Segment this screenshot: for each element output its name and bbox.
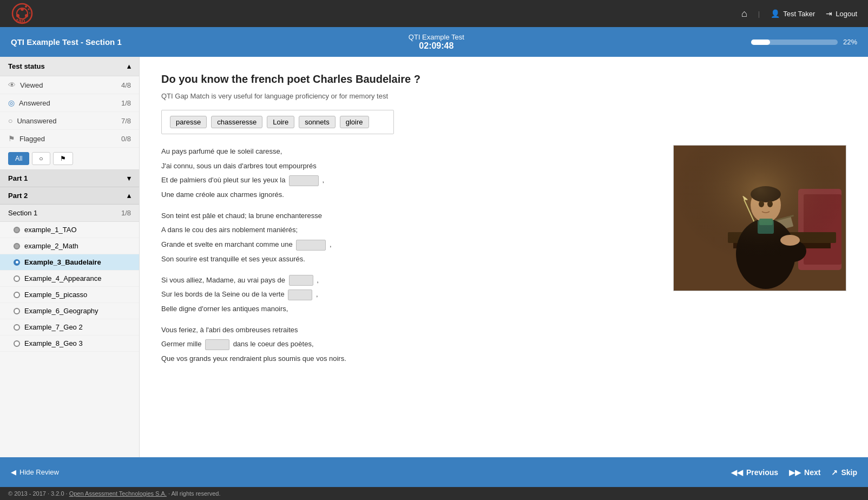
part-2-chevron [127, 192, 131, 200]
blank-5[interactable] [205, 339, 229, 350]
timer: 02:09:48 [409, 41, 464, 51]
footer-company-link[interactable]: Open Assessment Technologies S.A. [69, 490, 167, 497]
flagged-count: 0/8 [121, 135, 131, 143]
previous-icon: ◀◀ [731, 468, 743, 477]
word-chip-paresse[interactable]: paresse [170, 116, 207, 128]
poem-line-2: J'ai connu, sous un dais d'arbres tout e… [161, 160, 657, 173]
part-2-header[interactable]: Part 2 [0, 187, 139, 205]
status-flagged-row: ⚑ Flagged 0/8 [0, 130, 139, 148]
poem-line-3: Et de palmiers d'où pleut sur les yeux l… [161, 174, 657, 187]
footer-rights: · All rights reserved. [167, 490, 221, 497]
unanswered-icon: ○ [8, 116, 12, 125]
skip-button[interactable]: ↗ Skip [831, 468, 857, 477]
progress-bar-fill [751, 40, 770, 45]
filter-answered-button[interactable]: ○ [32, 152, 50, 165]
status-viewed-row: 👁 Viewed 4/8 [0, 76, 139, 94]
nav-item-label-4: Example_4_Appearance [24, 274, 101, 282]
content-area: Do you know the french poet Charles Baud… [140, 57, 868, 457]
blank-4[interactable] [288, 290, 312, 300]
blank-3[interactable] [289, 275, 313, 286]
sidebar: Test status 👁 Viewed 4/8 ◎ Answered 1/8 … [0, 57, 140, 457]
hide-review-label: Hide Review [19, 468, 59, 476]
nav-item-label-7: Example_7_Geo 2 [24, 323, 83, 331]
unanswered-count: 7/8 [121, 117, 131, 125]
svg-point-8 [29, 12, 30, 14]
svg-point-7 [28, 9, 30, 10]
nav-divider: | [758, 10, 760, 18]
blank-2[interactable] [296, 240, 326, 251]
word-chip-gloire[interactable]: gloire [340, 116, 369, 128]
filter-all-button[interactable]: All [8, 152, 29, 165]
item-status-icon-7 [14, 324, 20, 331]
part-1-chevron [127, 174, 131, 182]
filter-flagged-icon: ⚑ [60, 155, 66, 162]
nav-item-example7[interactable]: Example_7_Geo 2 [0, 319, 139, 335]
hide-review-icon: ◀ [11, 468, 16, 476]
section-1-label: Section 1 [8, 209, 37, 217]
main-layout: Test status 👁 Viewed 4/8 ◎ Answered 1/8 … [0, 57, 868, 457]
nav-item-example1[interactable]: example_1_TAO [0, 222, 139, 238]
item-status-icon-1 [14, 227, 20, 233]
next-label: Next [804, 468, 820, 477]
svg-point-2 [21, 8, 24, 11]
status-answered-row: ◎ Answered 1/8 [0, 94, 139, 112]
home-link[interactable]: ⌂ [741, 8, 747, 19]
test-name: QTI Example Test [409, 33, 464, 41]
poem-line-9: Si vous alliez, Madame, au vrai pays de … [161, 274, 657, 287]
poem-line-5: Son teint est pâle et chaud; la brune en… [161, 209, 657, 223]
nav-item-example6[interactable]: Example_6_Geography [0, 303, 139, 319]
next-icon: ▶▶ [789, 468, 801, 477]
item-status-icon-5 [14, 292, 20, 298]
baudelaire-painting [673, 145, 846, 291]
test-taker-link[interactable]: 👤 Test Taker [771, 9, 815, 18]
nav-item-label-1: example_1_TAO [24, 226, 77, 234]
poem-line-4: Une dame créole aux charmes ignorés. [161, 188, 657, 202]
hide-review-button[interactable]: ◀ Hide Review [11, 468, 59, 476]
poem-line-14: Que vos grands yeux rendraient plus soum… [161, 352, 657, 366]
previous-button[interactable]: ◀◀ Previous [731, 468, 778, 477]
status-unanswered-left: ○ Unanswered [8, 116, 56, 125]
filter-answered-icon: ○ [39, 155, 43, 162]
logout-icon: ⇥ [826, 9, 832, 18]
nav-item-label-5: Example_5_picasso [24, 291, 87, 299]
svg-text:tao: tao [16, 17, 25, 24]
poem-line-10: Sur les bords de la Seine ou de la verte… [161, 288, 657, 301]
skip-icon: ↗ [831, 468, 838, 477]
nav-item-example3[interactable]: Example_3_Baudelaire [0, 254, 139, 271]
poem-line-8: Son sourire est tranquille et ses yeux a… [161, 253, 657, 266]
nav-item-example8[interactable]: Example_8_Geo 3 [0, 335, 139, 352]
word-bank: paresse chasseresse Loire sonnets gloire [161, 110, 394, 134]
poem-stanza-3: Si vous alliez, Madame, au vrai pays de … [161, 274, 657, 316]
poem-line-12: Vous feriez, à l'abri des ombreuses retr… [161, 324, 657, 337]
flagged-icon: ⚑ [8, 134, 15, 143]
item-status-icon-6 [14, 308, 20, 314]
blank-1[interactable] [289, 175, 319, 186]
word-chip-sonnets[interactable]: sonnets [299, 116, 336, 128]
poem-line-6: A dans le cou des airs noblement maniéré… [161, 223, 657, 237]
nav-item-example4[interactable]: Example_4_Appearance [0, 271, 139, 287]
part-1-label: Part 1 [8, 174, 28, 182]
nav-item-example5[interactable]: Example_5_picasso [0, 287, 139, 303]
status-unanswered-row: ○ Unanswered 7/8 [0, 112, 139, 130]
painting-svg [674, 146, 846, 291]
next-button[interactable]: ▶▶ Next [789, 468, 820, 477]
user-label: Test Taker [783, 10, 815, 18]
item-status-icon-8 [14, 340, 20, 347]
part-1-header[interactable]: Part 1 [0, 170, 139, 187]
section-1-header: Section 1 1/8 [0, 205, 139, 222]
nav-item-example2[interactable]: example_2_Math [0, 238, 139, 254]
section-title: QTI Example Test - Section 1 [11, 37, 122, 47]
item-status-icon-3 [14, 259, 20, 266]
svg-point-6 [25, 5, 27, 8]
logout-link[interactable]: ⇥ Logout [826, 9, 857, 18]
word-chip-loire[interactable]: Loire [267, 116, 294, 128]
status-viewed-left: 👁 Viewed [8, 81, 43, 89]
word-chip-chasseresse[interactable]: chasseresse [211, 116, 262, 128]
filter-flagged-button[interactable]: ⚑ [53, 152, 73, 165]
test-status-header[interactable]: Test status [0, 57, 139, 76]
bottom-right: ◀◀ Previous ▶▶ Next ↗ Skip [731, 468, 857, 477]
item-status-icon-2 [14, 243, 20, 249]
previous-label: Previous [746, 468, 778, 477]
nav-right: ⌂ | 👤 Test Taker ⇥ Logout [741, 8, 857, 19]
skip-label: Skip [841, 468, 857, 477]
